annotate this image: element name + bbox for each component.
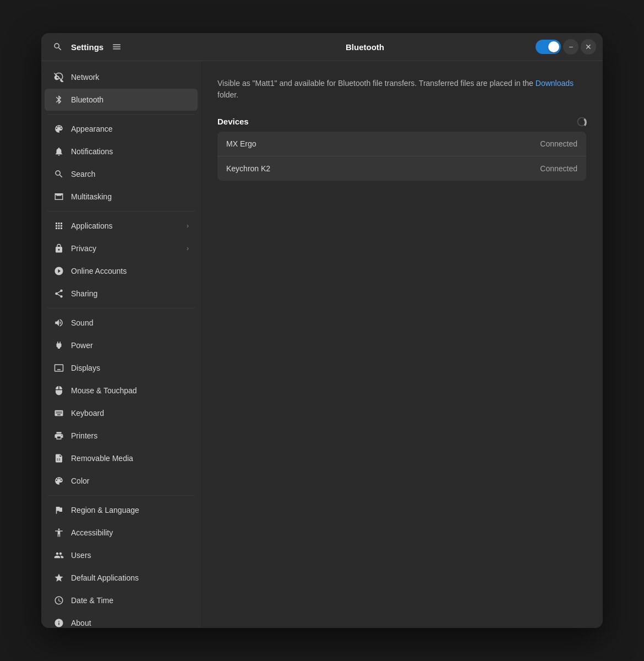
bluetooth-icon (53, 94, 64, 105)
menu-icon-btn[interactable] (109, 39, 124, 55)
sidebar-label-default-applications: Default Applications (71, 573, 189, 582)
notifications-icon (53, 146, 64, 157)
appearance-icon (53, 123, 64, 134)
sidebar-item-users[interactable]: Users (45, 544, 198, 566)
multitasking-icon (53, 191, 64, 202)
toggle-knob (548, 41, 559, 52)
sidebar-item-default-applications[interactable]: Default Applications (45, 567, 198, 589)
privacy-chevron: › (187, 245, 189, 252)
sidebar-label-search: Search (71, 170, 189, 178)
sidebar-item-displays[interactable]: Displays (45, 357, 198, 379)
region-icon (53, 505, 64, 516)
sidebar-label-sound: Sound (71, 318, 189, 327)
sidebar-label-network: Network (71, 73, 189, 82)
titlebar-left: Settings (41, 39, 201, 55)
titlebar-right: − ✕ (529, 39, 603, 55)
loading-spinner (576, 116, 586, 126)
mouse-icon (53, 385, 64, 396)
privacy-icon (53, 243, 64, 254)
device-name-mx-ergo: MX Ergo (226, 139, 256, 148)
sound-icon (53, 317, 64, 328)
sidebar-label-notifications: Notifications (71, 147, 189, 156)
sep-3 (48, 308, 194, 308)
applications-chevron: › (187, 222, 189, 230)
sidebar-item-applications[interactable]: Applications › (45, 215, 198, 237)
sidebar-item-search[interactable]: Search (45, 163, 198, 185)
sidebar-label-accessibility: Accessibility (71, 528, 189, 537)
sidebar-label-region-language: Region & Language (71, 506, 189, 514)
bt-description-text: Visible as "Matt1" and available for Blu… (217, 79, 536, 88)
hamburger-icon (112, 42, 122, 52)
sidebar-label-power: Power (71, 341, 189, 350)
device-row-keychron-k2[interactable]: Keychron K2 Connected (217, 156, 586, 181)
page-title: Bluetooth (346, 42, 384, 52)
sidebar-item-printers[interactable]: Printers (45, 425, 198, 447)
main-area: Network Bluetooth Appearance (41, 61, 603, 628)
sidebar-item-region-language[interactable]: Region & Language (45, 499, 198, 521)
displays-icon (53, 362, 64, 373)
sidebar: Network Bluetooth Appearance (41, 61, 201, 628)
sidebar-item-online-accounts[interactable]: Online Accounts (45, 260, 198, 282)
devices-header: Devices (217, 116, 586, 126)
sidebar-item-network[interactable]: Network (45, 66, 198, 88)
removable-media-icon (53, 453, 64, 464)
devices-title: Devices (217, 117, 249, 126)
sidebar-item-privacy[interactable]: Privacy › (45, 237, 198, 259)
sidebar-label-privacy: Privacy (71, 244, 180, 253)
device-row-mx-ergo[interactable]: MX Ergo Connected (217, 132, 586, 156)
sidebar-item-multitasking[interactable]: Multitasking (45, 186, 198, 208)
online-accounts-icon (53, 266, 64, 277)
sidebar-label-date-time: Date & Time (71, 596, 189, 605)
accessibility-icon (53, 527, 64, 538)
titlebar: Settings Bluetooth − ✕ (41, 33, 603, 61)
sidebar-label-keyboard: Keyboard (71, 409, 189, 418)
users-icon (53, 550, 64, 561)
network-icon (53, 72, 64, 83)
minimize-button[interactable]: − (563, 39, 578, 55)
color-icon (53, 475, 64, 486)
sidebar-item-keyboard[interactable]: Keyboard (45, 402, 198, 424)
date-time-icon (53, 595, 64, 606)
sidebar-label-multitasking: Multitasking (71, 192, 189, 201)
printers-icon (53, 430, 64, 441)
device-status-mx-ergo: Connected (540, 139, 577, 148)
sidebar-item-appearance[interactable]: Appearance (45, 118, 198, 140)
bluetooth-description: Visible as "Matt1" and available for Blu… (217, 78, 586, 101)
sidebar-label-removable-media: Removable Media (71, 454, 189, 463)
search-icon (53, 42, 63, 52)
downloads-link[interactable]: Downloads (536, 79, 574, 88)
sidebar-item-mouse-touchpad[interactable]: Mouse & Touchpad (45, 380, 198, 402)
sidebar-label-appearance: Appearance (71, 124, 189, 133)
settings-window: Settings Bluetooth − ✕ (41, 33, 603, 628)
sep-1 (48, 114, 194, 115)
sidebar-item-sound[interactable]: Sound (45, 312, 198, 334)
default-apps-icon (53, 572, 64, 583)
sidebar-title: Settings (71, 42, 103, 52)
titlebar-center: Bluetooth (201, 42, 529, 52)
sidebar-item-bluetooth[interactable]: Bluetooth (45, 89, 198, 111)
sidebar-item-sharing[interactable]: Sharing (45, 283, 198, 305)
sidebar-label-mouse-touchpad: Mouse & Touchpad (71, 386, 189, 395)
devices-section: Devices MX Ergo Connected (217, 116, 586, 181)
sidebar-item-color[interactable]: Color (45, 470, 198, 492)
close-button[interactable]: ✕ (581, 39, 596, 55)
sidebar-item-notifications[interactable]: Notifications (45, 140, 198, 162)
keyboard-icon (53, 408, 64, 419)
power-icon (53, 340, 64, 351)
search-icon-btn[interactable] (50, 39, 66, 55)
sidebar-label-printers: Printers (71, 431, 189, 440)
sidebar-item-power[interactable]: Power (45, 334, 198, 356)
sidebar-item-removable-media[interactable]: Removable Media (45, 447, 198, 469)
sidebar-item-accessibility[interactable]: Accessibility (45, 522, 198, 544)
sidebar-label-users: Users (71, 551, 189, 560)
content-pane: Visible as "Matt1" and available for Blu… (201, 61, 603, 628)
sidebar-item-about[interactable]: About (45, 612, 198, 628)
sidebar-item-date-time[interactable]: Date & Time (45, 589, 198, 611)
search-sidebar-icon (53, 169, 64, 180)
sidebar-label-displays: Displays (71, 364, 189, 372)
sidebar-label-sharing: Sharing (71, 289, 189, 298)
bluetooth-toggle[interactable] (536, 40, 561, 54)
sidebar-label-online-accounts: Online Accounts (71, 267, 189, 275)
about-icon (53, 617, 64, 628)
sidebar-label-about: About (71, 619, 189, 627)
